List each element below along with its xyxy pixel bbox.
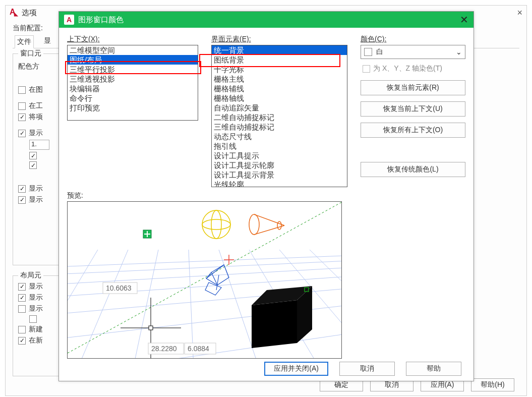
apply-and-close-button[interactable]: 应用并关闭(A) xyxy=(264,362,328,376)
restore-current-context-button[interactable]: 恢复当前上下文(U) xyxy=(361,101,465,117)
tab-display[interactable]: 显 xyxy=(42,35,53,48)
preview-z-value: 6.0884 xyxy=(188,345,209,353)
layout-elements-title: 布局元 xyxy=(18,271,43,280)
element-item[interactable]: 十字光标 xyxy=(212,65,347,74)
preview-svg: 10.6063 28.2280 6.0884 xyxy=(68,202,342,359)
context-column: 上下文(X): 二维模型空间图纸/布局三维平行投影三维透视投影块编辑器命令行打印… xyxy=(67,35,198,187)
chk-l3b[interactable] xyxy=(29,315,37,323)
svg-line-9 xyxy=(133,250,158,359)
chk-l1[interactable] xyxy=(18,283,26,291)
app-icon: A xyxy=(10,8,19,17)
color-value: 白 xyxy=(376,47,383,56)
color-dropdown[interactable]: 白 ⌄ xyxy=(361,45,465,59)
num-field[interactable]: 1. xyxy=(29,140,49,150)
context-item[interactable]: 三维平行投影 xyxy=(68,65,198,74)
chk-sub2[interactable] xyxy=(29,161,37,169)
context-list-label: 上下文(X): xyxy=(67,35,198,44)
preview-y-value: 10.6063 xyxy=(106,284,132,292)
element-item[interactable]: 拖引线 xyxy=(212,141,347,151)
tint-xyz-row: 为 X、Y、Z 轴染色(T) xyxy=(363,64,465,73)
window-elements-fieldset: 窗口元 配色方 在图 在工 将项 显示 1. 显示 显示 xyxy=(13,53,63,265)
chk-l2[interactable] xyxy=(18,294,26,302)
preview-panel: 10.6063 28.2280 6.0884 xyxy=(67,201,342,359)
window-elements-title: 窗口元 xyxy=(18,49,43,58)
chk-l5[interactable] xyxy=(18,337,26,345)
color-select-label: 颜色(C): xyxy=(361,35,465,44)
element-item[interactable]: 栅格主线 xyxy=(212,74,347,84)
chk-sub1[interactable] xyxy=(29,152,37,159)
svg-point-20 xyxy=(202,219,230,230)
color-scheme-label: 配色方 xyxy=(18,62,39,71)
color-dialog-titlebar: A 图形窗口颜色 ✕ xyxy=(59,12,474,28)
element-column: 界面元素(E): 统一背景图纸背景十字光标栅格主线栅格辅线栅格轴线自动追踪矢量二… xyxy=(211,35,347,187)
help-button[interactable]: 帮助(H) xyxy=(471,378,514,391)
element-item[interactable]: 栅格辅线 xyxy=(212,84,347,93)
dialog-close-icon[interactable]: ✕ xyxy=(460,14,468,26)
element-listbox[interactable]: 统一背景图纸背景十字光标栅格主线栅格辅线栅格轴线自动追踪矢量二维自动捕捉标记三维… xyxy=(211,45,347,187)
dialog-app-icon: A xyxy=(64,15,74,25)
svg-point-25 xyxy=(277,221,281,230)
svg-point-21 xyxy=(211,210,221,239)
element-item[interactable]: 自动追踪矢量 xyxy=(212,103,347,112)
svg-point-22 xyxy=(249,214,259,235)
preview-label: 预览: xyxy=(67,191,465,200)
element-item[interactable]: 设计工具提示背景 xyxy=(212,170,347,180)
tint-label: 为 X、Y、Z 轴染色(T) xyxy=(373,64,442,73)
element-item[interactable]: 光线轮廓 xyxy=(212,180,347,187)
element-item[interactable]: 设计工具提示 xyxy=(212,151,347,160)
chevron-down-icon: ⌄ xyxy=(456,48,462,56)
context-item[interactable]: 三维透视投影 xyxy=(68,74,198,84)
chk-jiangx[interactable] xyxy=(18,114,26,121)
context-item[interactable]: 图纸/布局 xyxy=(68,55,198,65)
context-item[interactable]: 二维模型空间 xyxy=(68,45,198,55)
context-item[interactable]: 块编辑器 xyxy=(68,84,198,93)
drawing-window-colors-dialog: A 图形窗口颜色 ✕ 上下文(X): 二维模型空间图纸/布局三维平行投影三维透视… xyxy=(58,11,474,381)
chk-xianshi3[interactable] xyxy=(18,196,26,204)
svg-line-31 xyxy=(216,275,219,290)
chk-l4[interactable] xyxy=(18,326,26,333)
svg-line-10 xyxy=(189,250,194,359)
restore-legacy-colors-button[interactable]: 恢复传统颜色(L) xyxy=(361,162,465,177)
chk-xianshi1[interactable] xyxy=(18,130,26,137)
color-dialog-body: 上下文(X): 二维模型空间图纸/布局三维平行投影三维透视投影块编辑器命令行打印… xyxy=(59,28,474,381)
chk-l3[interactable] xyxy=(18,305,26,313)
chk-xianshi2[interactable] xyxy=(18,185,26,193)
element-item[interactable]: 动态尺寸线 xyxy=(212,132,347,141)
svg-line-1 xyxy=(68,260,342,275)
element-item[interactable]: 设计工具提示轮廓 xyxy=(212,160,347,170)
svg-line-8 xyxy=(78,250,128,359)
chk-in-drawing[interactable] xyxy=(18,86,26,94)
svg-line-2 xyxy=(68,266,342,285)
dialog-help-button[interactable]: 帮助 xyxy=(406,362,461,376)
element-item[interactable]: 二维自动捕捉标记 xyxy=(212,112,347,122)
preview-x-value: 28.2280 xyxy=(151,345,177,353)
options-title: 选项 xyxy=(22,8,37,18)
element-item[interactable]: 图纸背景 xyxy=(212,55,347,65)
close-icon[interactable]: × xyxy=(517,8,522,18)
dialog-cancel-button[interactable]: 取消 xyxy=(339,362,395,376)
svg-line-0 xyxy=(68,255,342,267)
svg-rect-39 xyxy=(149,326,153,330)
restore-current-element-button[interactable]: 恢复当前元素(R) xyxy=(361,80,465,95)
element-item[interactable]: 栅格轴线 xyxy=(212,93,347,103)
context-listbox[interactable]: 二维模型空间图纸/布局三维平行投影三维透视投影块编辑器命令行打印预览 xyxy=(67,45,198,121)
svg-marker-33 xyxy=(252,300,297,348)
tab-file[interactable]: 文件 xyxy=(15,35,34,48)
context-item[interactable]: 打印预览 xyxy=(68,103,198,112)
element-item[interactable]: 三维自动捕捉标记 xyxy=(212,122,347,132)
color-swatch xyxy=(364,48,372,56)
color-column: 颜色(C): 白 ⌄ 为 X、Y、Z 轴染色(T) 恢复当前元素(R) 恢复当前… xyxy=(361,35,465,187)
svg-marker-32 xyxy=(205,282,221,295)
dialog-button-row: 应用并关闭(A) 取消 帮助 xyxy=(264,362,461,376)
element-item[interactable]: 统一背景 xyxy=(212,45,347,55)
element-list-label: 界面元素(E): xyxy=(211,35,347,44)
context-item[interactable]: 命令行 xyxy=(68,93,198,103)
layout-elements-fieldset: 布局元 显示 显示 显示 新建 在新 xyxy=(13,275,63,376)
tint-checkbox[interactable] xyxy=(363,65,370,73)
restore-all-contexts-button[interactable]: 恢复所有上下文(O) xyxy=(361,123,465,138)
color-dialog-title: 图形窗口颜色 xyxy=(78,15,124,25)
chk-in-tool[interactable] xyxy=(18,102,26,110)
svg-point-19 xyxy=(202,210,230,239)
